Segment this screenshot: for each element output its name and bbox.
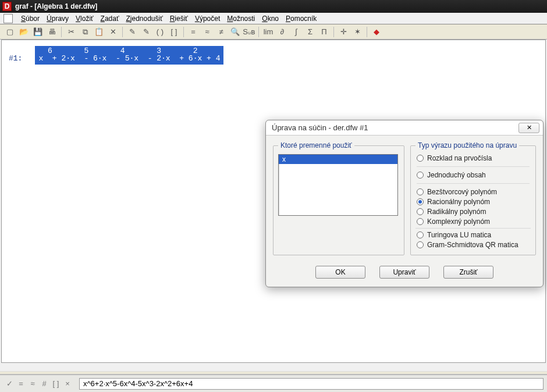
type-group: Typ výrazu použitého na úpravu Rozklad n… [410, 141, 536, 255]
radio-label: Rozklad na prvočísla [427, 154, 492, 162]
titlebar: D graf - [Algebra 1 der.dfw] [0, 0, 547, 13]
approx-icon[interactable]: ≈ [201, 26, 214, 38]
app-icon: D [2, 2, 12, 11]
radio-icon [417, 198, 424, 205]
bottombar: ✓=≈#[ ]× [0, 375, 547, 392]
paren-icon[interactable]: × [62, 378, 73, 390]
radio-label: Jednoduchý obsah [427, 171, 486, 179]
copy-icon[interactable]: ⧉ [79, 26, 91, 38]
radio-label: Racionálny polynóm [427, 198, 490, 206]
type-legend: Typ výrazu použitého na úpravu [415, 141, 519, 149]
toolbar: ▢📂💾🖶✂⧉📋✕✎✎( )[ ]=≈≠🔍Sᵤʙlim∂∫ΣΠ✛✶◆ [0, 24, 547, 40]
cut-icon[interactable]: ✂ [65, 26, 77, 38]
sysmenu-icon[interactable] [3, 14, 13, 23]
pi-icon[interactable]: Π [318, 26, 331, 38]
deriv-icon[interactable]: ∂ [276, 26, 289, 38]
print-icon[interactable]: 🖶 [45, 26, 58, 38]
menu-omocník[interactable]: Pomocník [282, 14, 320, 23]
radio-komplexn-polyn-m[interactable]: Komplexný polynóm [417, 218, 530, 226]
close-icon[interactable]: ✕ [518, 123, 539, 133]
menu-ložiť[interactable]: Vložiť [72, 14, 97, 23]
radio-label: Turingova LU matica [427, 231, 491, 239]
radio-radik-lny-polyn-m[interactable]: Radikálny polynóm [417, 208, 530, 216]
equals-icon[interactable]: = [15, 378, 27, 390]
command-input[interactable] [79, 378, 544, 390]
menu-ožnosti[interactable]: Možnosti [223, 14, 258, 23]
paren-icon[interactable]: ( ) [154, 26, 166, 38]
radio-rozklad-na-prvo-sla[interactable]: Rozklad na prvočísla [417, 154, 530, 162]
sub-icon[interactable]: Sᵤʙ [243, 26, 255, 38]
lim-icon[interactable]: lim [262, 26, 275, 38]
expression-text: x + 2·x - 6·x - 5·x - 2·x + 6·x + 4 [38, 55, 220, 62]
new-icon[interactable]: ▢ [3, 26, 16, 38]
save-icon[interactable]: 💾 [31, 26, 44, 38]
bracket-icon[interactable]: [ ] [168, 26, 180, 38]
equals-icon[interactable]: = [187, 26, 200, 38]
clear-icon[interactable]: # [38, 378, 50, 390]
menu-kno[interactable]: Okno [258, 14, 282, 23]
open-icon[interactable]: 📂 [17, 26, 30, 38]
radio-icon [417, 218, 424, 225]
plot-icon[interactable]: ✛ [337, 26, 350, 38]
menu-pravy[interactable]: Úpravy [43, 14, 72, 23]
radio-bez-tvorcov-polyn-m[interactable]: Bezštvorcový polynóm [417, 188, 530, 196]
help-icon[interactable]: ◆ [370, 26, 383, 38]
radio-label: Gram-Schmidtova QR matica [427, 241, 518, 249]
zoom-icon[interactable]: 🔍 [229, 26, 241, 38]
radio-icon [417, 188, 424, 195]
variables-list[interactable]: x [278, 154, 398, 216]
expression-row[interactable]: #1: 6 5 4 3 2 x + 2·x - 6·x - 5·x - 2·x … [2, 40, 545, 70]
expression-body[interactable]: 6 5 4 3 2 x + 2·x - 6·x - 5·x - 2·x + 6·… [35, 46, 223, 65]
radio-icon [417, 172, 424, 179]
simplify-icon[interactable]: ≠ [215, 26, 228, 38]
variables-legend: Ktoré premenné použiť [278, 141, 354, 149]
ok-button[interactable]: OK [315, 266, 365, 279]
approx-icon[interactable]: ≈ [27, 378, 38, 390]
radio-racion-lny-polyn-m[interactable]: Racionálny polynóm [417, 198, 530, 206]
radio-turingova-lu-matica[interactable]: Turingova LU matica [417, 231, 530, 239]
radio-label: Bezštvorcový polynóm [427, 188, 497, 196]
expression-label: #1: [9, 46, 22, 63]
menu-iešiť[interactable]: Riešiť [166, 14, 191, 23]
radio-jednoduch-obsah[interactable]: Jednoduchý obsah [417, 171, 530, 179]
axes-icon[interactable]: ✶ [351, 26, 364, 38]
sigma-icon[interactable]: Σ [304, 26, 317, 38]
zrusit-button[interactable]: Zrušiť [443, 266, 493, 279]
dialog-title: Úprava na súčin - der.dfw #1 [272, 123, 518, 132]
titlebar-title: graf - [Algebra 1 der.dfw] [15, 2, 97, 10]
menu-ýpočet[interactable]: Výpočet [191, 14, 223, 23]
check-icon[interactable]: ✓ [3, 378, 15, 390]
upravit-button[interactable]: Upraviť [379, 266, 429, 279]
bracket-icon[interactable]: [ ] [50, 378, 62, 390]
menu-jednodušiť[interactable]: Zjednodušiť [122, 14, 166, 23]
radio-icon [417, 155, 424, 162]
edit-expr-icon[interactable]: ✎ [126, 26, 138, 38]
radio-icon [417, 241, 424, 248]
dialog-titlebar: Úprava na súčin - der.dfw #1 ✕ [266, 120, 543, 136]
factor-dialog: Úprava na súčin - der.dfw #1 ✕ Ktoré pre… [265, 120, 544, 287]
menubar: SúborÚpravyVložiťZadaťZjednodušiťRiešiťV… [0, 13, 547, 24]
radio-label: Radikálny polynóm [427, 208, 486, 216]
radio-icon [417, 208, 424, 215]
radio-gram-schmidtova-qr-matica[interactable]: Gram-Schmidtova QR matica [417, 241, 530, 249]
radio-label: Komplexný polynóm [427, 218, 490, 226]
author-icon[interactable]: ✎ [140, 26, 152, 38]
delete-icon[interactable]: ✕ [106, 26, 119, 38]
variables-group: Ktoré premenné použiť x [273, 141, 404, 255]
paste-icon[interactable]: 📋 [93, 26, 105, 38]
menu-adať[interactable]: Zadať [97, 14, 123, 23]
dialog-buttons: OK Upraviť Zrušiť [266, 262, 543, 287]
variable-item[interactable]: x [279, 155, 397, 164]
menu-úbor[interactable]: Súbor [17, 14, 43, 23]
radio-icon [417, 231, 424, 238]
integral-icon[interactable]: ∫ [290, 26, 303, 38]
